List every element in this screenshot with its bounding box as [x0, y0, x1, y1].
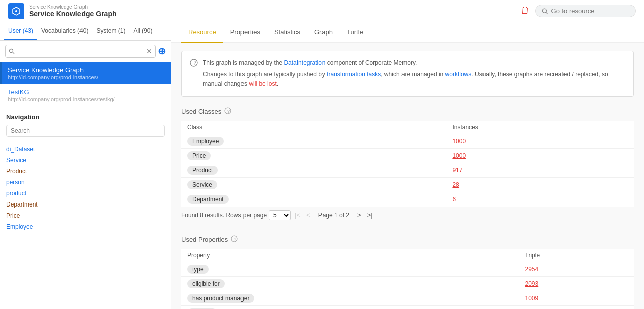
- tab-turtle[interactable]: Turtle: [340, 22, 370, 43]
- navigation-search-input[interactable]: [6, 125, 165, 137]
- classes-last-page-button[interactable]: >|: [365, 210, 375, 220]
- used-properties-help-icon[interactable]: ?: [231, 235, 238, 244]
- table-row: Department 6: [181, 192, 634, 207]
- instances-cell[interactable]: 6: [446, 192, 634, 207]
- main-content: ? This graph is managed by the DataInteg…: [171, 43, 644, 309]
- graph-item-name: Service Knowledge Graph: [8, 66, 165, 74]
- delete-button[interactable]: [518, 4, 531, 18]
- sidebar-clear-button[interactable]: ✕: [146, 47, 152, 55]
- table-row: type 2954: [181, 262, 634, 276]
- instances-cell[interactable]: 1000: [446, 134, 634, 148]
- sidebar-search-icon: [9, 48, 15, 54]
- nav-item-employee[interactable]: Employee: [0, 221, 171, 232]
- nav-item-product-cap[interactable]: Product: [0, 166, 171, 177]
- sidebar-search-input[interactable]: http://ld.company.org/prod-instances/: [17, 48, 144, 55]
- svg-line-5: [13, 52, 14, 54]
- nav-item-service[interactable]: Service: [0, 155, 171, 166]
- graph-item-testkg[interactable]: TestKG http://ld.company.org/prod-instan…: [0, 84, 171, 107]
- instances-cell[interactable]: 28: [446, 177, 634, 192]
- header-right: [518, 4, 636, 18]
- triple-cell[interactable]: 1000: [519, 305, 634, 309]
- graph-list: Service Knowledge Graph http://ld.compan…: [0, 62, 171, 107]
- triple-cell[interactable]: 2954: [519, 262, 634, 276]
- table-row: Price 1000: [181, 148, 634, 163]
- property-cell: eligible for: [181, 276, 519, 291]
- class-cell: Product: [181, 163, 446, 177]
- header-subtitle: Service Knowledge Graph: [29, 4, 117, 10]
- svg-text:?: ?: [194, 60, 197, 66]
- instances-cell[interactable]: 917: [446, 163, 634, 177]
- main-layout: User (43) Vocabularies (40) System (1) A…: [0, 22, 644, 309]
- used-classes-section: Used Classes ? Class Instances: [181, 107, 634, 223]
- table-row: eligible for 2093: [181, 276, 634, 291]
- table-row: Employee 1000: [181, 134, 634, 148]
- used-properties-title: Used Properties: [181, 236, 228, 243]
- header-title: Service Knowledge Graph: [29, 10, 117, 18]
- used-classes-pagination: Found 8 results. Rows per page 51025 |< …: [181, 207, 634, 223]
- classes-prev-page-button[interactable]: <: [304, 210, 312, 220]
- sidebar-tab-system[interactable]: System (1): [92, 22, 129, 40]
- classes-rows-per-page[interactable]: 51025: [269, 210, 291, 220]
- graph-item-url: http://ld.company.org/prod-instances/: [8, 74, 165, 80]
- nav-item-person[interactable]: person: [0, 177, 171, 188]
- class-cell: Department: [181, 192, 446, 207]
- header-search[interactable]: [535, 5, 636, 17]
- instances-cell[interactable]: 1000: [446, 148, 634, 163]
- classes-found-text: Found 8 results. Rows per page: [181, 212, 267, 219]
- svg-point-1: [15, 10, 17, 12]
- nav-item-product[interactable]: product: [0, 188, 171, 199]
- classes-first-page-button[interactable]: |<: [293, 210, 302, 220]
- info-icon: ?: [190, 59, 198, 89]
- info-box: ? This graph is managed by the DataInteg…: [181, 51, 634, 97]
- header-left: Service Knowledge Graph Service Knowledg…: [8, 3, 117, 19]
- header-title-block: Service Knowledge Graph Service Knowledg…: [29, 4, 117, 18]
- app-logo: [8, 3, 24, 19]
- used-classes-header: Used Classes ?: [181, 107, 634, 116]
- info-text-block: This graph is managed by the DataIntegra…: [203, 58, 625, 89]
- sidebar-search-box: http://ld.company.org/prod-instances/ ✕: [5, 45, 156, 58]
- col-property: Property: [181, 249, 519, 262]
- main-tabs: Resource Properties Statistics Graph Tur…: [171, 22, 644, 43]
- search-input[interactable]: [551, 7, 629, 15]
- sidebar-tabs: User (43) Vocabularies (40) System (1) A…: [0, 22, 171, 41]
- sidebar-tab-vocabularies[interactable]: Vocabularies (40): [37, 22, 92, 40]
- nav-item-di-dataset[interactable]: di_Dataset: [0, 144, 171, 155]
- graph-item-service-knowledge-graph[interactable]: Service Knowledge Graph http://ld.compan…: [0, 62, 171, 84]
- tab-properties[interactable]: Properties: [223, 22, 267, 43]
- used-classes-help-icon[interactable]: ?: [224, 107, 231, 116]
- tab-resource[interactable]: Resource: [181, 22, 223, 43]
- info-text-line1: This graph is managed by the DataIntegra…: [203, 58, 625, 68]
- classes-next-page-button[interactable]: >: [355, 210, 363, 220]
- navigation-section: Navigation: [0, 107, 171, 144]
- main-panel: Resource Properties Statistics Graph Tur…: [171, 22, 644, 309]
- app-header: Service Knowledge Graph Service Knowledg…: [0, 0, 644, 22]
- triple-cell[interactable]: 1009: [519, 291, 634, 305]
- sidebar-search-row: http://ld.company.org/prod-instances/ ✕ …: [0, 41, 171, 62]
- class-cell: Employee: [181, 134, 446, 148]
- graph-item-name: TestKG: [8, 88, 165, 96]
- tab-statistics[interactable]: Statistics: [267, 22, 307, 43]
- sidebar-tab-all[interactable]: All (90): [129, 22, 156, 40]
- classes-page-info: Page 1 of 2: [318, 212, 349, 219]
- triple-cell[interactable]: 2093: [519, 276, 634, 291]
- col-instances: Instances: [446, 121, 634, 134]
- sidebar-add-button[interactable]: ⊕: [158, 46, 166, 57]
- table-row: has product manager 1009: [181, 291, 634, 305]
- navigation-items: di_Dataset Service Product person produc…: [0, 144, 171, 232]
- used-classes-table: Class Instances Employee 1000 Price 1000…: [181, 121, 634, 207]
- table-row: Service 28: [181, 177, 634, 192]
- nav-item-price[interactable]: Price: [0, 210, 171, 221]
- class-cell: Service: [181, 177, 446, 192]
- nav-item-department[interactable]: Department: [0, 199, 171, 210]
- class-cell: Price: [181, 148, 446, 163]
- property-cell: type: [181, 262, 519, 276]
- used-classes-title: Used Classes: [181, 108, 221, 115]
- col-triple: Triple: [519, 249, 634, 262]
- sidebar-tab-user[interactable]: User (43): [4, 22, 37, 40]
- info-text-line2: Changes to this graph are typically push…: [203, 70, 625, 89]
- svg-text:?: ?: [227, 109, 230, 114]
- tab-graph[interactable]: Graph: [307, 22, 340, 43]
- used-properties-header: Used Properties ?: [181, 235, 634, 244]
- navigation-title: Navigation: [6, 113, 165, 121]
- col-class: Class: [181, 121, 446, 134]
